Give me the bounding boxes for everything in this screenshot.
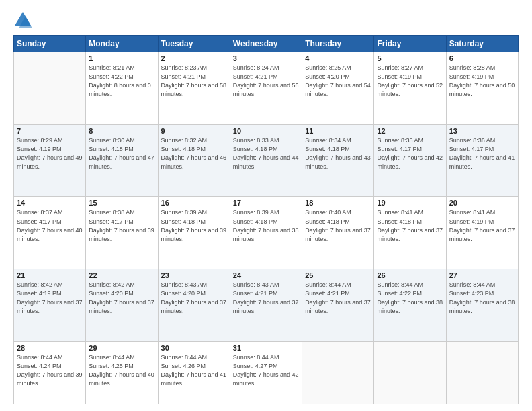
- day-info: Sunrise: 8:24 AMSunset: 4:21 PMDaylight:…: [233, 64, 299, 99]
- table-cell: 3Sunrise: 8:24 AMSunset: 4:21 PMDaylight…: [230, 52, 302, 125]
- day-number: 7: [17, 127, 83, 135]
- page: Sunday Monday Tuesday Wednesday Thursday…: [0, 0, 532, 411]
- table-cell: 24Sunrise: 8:43 AMSunset: 4:21 PMDayligh…: [230, 269, 302, 342]
- day-number: 31: [233, 344, 299, 352]
- col-sunday: Sunday: [14, 36, 86, 52]
- table-cell: 29Sunrise: 8:44 AMSunset: 4:25 PMDayligh…: [86, 341, 158, 404]
- day-info: Sunrise: 8:40 AMSunset: 4:18 PMDaylight:…: [305, 208, 371, 243]
- col-friday: Friday: [374, 36, 446, 52]
- day-number: 10: [233, 127, 299, 135]
- day-number: 15: [89, 199, 154, 207]
- table-cell: 9Sunrise: 8:32 AMSunset: 4:18 PMDaylight…: [158, 124, 230, 197]
- day-number: 19: [377, 199, 443, 207]
- table-cell: 17Sunrise: 8:39 AMSunset: 4:18 PMDayligh…: [230, 197, 302, 269]
- day-info: Sunrise: 8:43 AMSunset: 4:20 PMDaylight:…: [161, 281, 227, 316]
- day-number: 11: [305, 127, 371, 135]
- table-cell: 8Sunrise: 8:30 AMSunset: 4:18 PMDaylight…: [86, 124, 158, 197]
- day-info: Sunrise: 8:41 AMSunset: 4:18 PMDaylight:…: [377, 208, 443, 243]
- day-number: 30: [161, 344, 227, 352]
- day-number: 4: [305, 54, 371, 62]
- day-info: Sunrise: 8:43 AMSunset: 4:21 PMDaylight:…: [233, 281, 299, 316]
- table-cell: 27Sunrise: 8:44 AMSunset: 4:23 PMDayligh…: [446, 269, 518, 342]
- day-number: 22: [89, 271, 154, 279]
- day-info: Sunrise: 8:39 AMSunset: 4:18 PMDaylight:…: [233, 208, 299, 243]
- table-cell: 4Sunrise: 8:25 AMSunset: 4:20 PMDaylight…: [302, 52, 374, 125]
- table-cell: 22Sunrise: 8:42 AMSunset: 4:20 PMDayligh…: [86, 269, 158, 342]
- day-info: Sunrise: 8:35 AMSunset: 4:17 PMDaylight:…: [377, 136, 443, 171]
- table-cell: 7Sunrise: 8:29 AMSunset: 4:19 PMDaylight…: [14, 124, 86, 197]
- day-number: 16: [161, 199, 227, 207]
- table-cell: 15Sunrise: 8:38 AMSunset: 4:17 PMDayligh…: [86, 197, 158, 269]
- table-cell: 28Sunrise: 8:44 AMSunset: 4:24 PMDayligh…: [14, 341, 86, 404]
- table-cell: 19Sunrise: 8:41 AMSunset: 4:18 PMDayligh…: [374, 197, 446, 269]
- day-info: Sunrise: 8:37 AMSunset: 4:17 PMDaylight:…: [17, 208, 83, 243]
- day-info: Sunrise: 8:30 AMSunset: 4:18 PMDaylight:…: [89, 136, 154, 171]
- day-number: 20: [449, 199, 515, 207]
- day-info: Sunrise: 8:44 AMSunset: 4:23 PMDaylight:…: [449, 281, 515, 316]
- day-info: Sunrise: 8:21 AMSunset: 4:22 PMDaylight:…: [89, 64, 154, 99]
- table-cell: [302, 341, 374, 404]
- table-cell: 14Sunrise: 8:37 AMSunset: 4:17 PMDayligh…: [14, 197, 86, 269]
- table-cell: 6Sunrise: 8:28 AMSunset: 4:19 PMDaylight…: [446, 52, 518, 125]
- day-number: 21: [17, 271, 83, 279]
- day-info: Sunrise: 8:42 AMSunset: 4:19 PMDaylight:…: [17, 281, 83, 316]
- day-info: Sunrise: 8:28 AMSunset: 4:19 PMDaylight:…: [449, 64, 515, 99]
- day-info: Sunrise: 8:42 AMSunset: 4:20 PMDaylight:…: [89, 281, 154, 316]
- table-cell: [374, 341, 446, 404]
- table-cell: [14, 52, 86, 125]
- day-info: Sunrise: 8:44 AMSunset: 4:26 PMDaylight:…: [161, 353, 227, 388]
- day-number: 1: [89, 54, 154, 62]
- table-cell: 23Sunrise: 8:43 AMSunset: 4:20 PMDayligh…: [158, 269, 230, 342]
- day-info: Sunrise: 8:27 AMSunset: 4:19 PMDaylight:…: [377, 64, 443, 99]
- table-cell: 25Sunrise: 8:44 AMSunset: 4:21 PMDayligh…: [302, 269, 374, 342]
- table-cell: 10Sunrise: 8:33 AMSunset: 4:18 PMDayligh…: [230, 124, 302, 197]
- day-info: Sunrise: 8:36 AMSunset: 4:17 PMDaylight:…: [449, 136, 515, 171]
- table-cell: 2Sunrise: 8:23 AMSunset: 4:21 PMDaylight…: [158, 52, 230, 125]
- table-cell: 13Sunrise: 8:36 AMSunset: 4:17 PMDayligh…: [446, 124, 518, 197]
- day-number: 5: [377, 54, 443, 62]
- table-cell: 26Sunrise: 8:44 AMSunset: 4:22 PMDayligh…: [374, 269, 446, 342]
- table-cell: 31Sunrise: 8:44 AMSunset: 4:27 PMDayligh…: [230, 341, 302, 404]
- day-number: 25: [305, 271, 371, 279]
- day-number: 29: [89, 344, 154, 352]
- day-number: 14: [17, 199, 83, 207]
- col-wednesday: Wednesday: [230, 36, 302, 52]
- day-number: 12: [377, 127, 443, 135]
- day-number: 17: [233, 199, 299, 207]
- day-info: Sunrise: 8:32 AMSunset: 4:18 PMDaylight:…: [161, 136, 227, 171]
- logo-icon: [13, 11, 32, 30]
- day-info: Sunrise: 8:44 AMSunset: 4:22 PMDaylight:…: [377, 281, 443, 316]
- day-number: 3: [233, 54, 299, 62]
- table-cell: 5Sunrise: 8:27 AMSunset: 4:19 PMDaylight…: [374, 52, 446, 125]
- col-saturday: Saturday: [446, 36, 518, 52]
- day-info: Sunrise: 8:44 AMSunset: 4:27 PMDaylight:…: [233, 353, 299, 388]
- col-monday: Monday: [86, 36, 158, 52]
- day-number: 2: [161, 54, 227, 62]
- table-cell: 20Sunrise: 8:41 AMSunset: 4:19 PMDayligh…: [446, 197, 518, 269]
- day-number: 26: [377, 271, 443, 279]
- day-info: Sunrise: 8:33 AMSunset: 4:18 PMDaylight:…: [233, 136, 299, 171]
- table-cell: [446, 341, 518, 404]
- col-thursday: Thursday: [302, 36, 374, 52]
- day-info: Sunrise: 8:44 AMSunset: 4:24 PMDaylight:…: [17, 353, 83, 388]
- day-info: Sunrise: 8:41 AMSunset: 4:19 PMDaylight:…: [449, 208, 515, 243]
- table-cell: 30Sunrise: 8:44 AMSunset: 4:26 PMDayligh…: [158, 341, 230, 404]
- day-number: 18: [305, 199, 371, 207]
- day-info: Sunrise: 8:44 AMSunset: 4:25 PMDaylight:…: [89, 353, 154, 388]
- table-cell: 11Sunrise: 8:34 AMSunset: 4:18 PMDayligh…: [302, 124, 374, 197]
- col-tuesday: Tuesday: [158, 36, 230, 52]
- day-number: 9: [161, 127, 227, 135]
- day-number: 6: [449, 54, 515, 62]
- day-info: Sunrise: 8:34 AMSunset: 4:18 PMDaylight:…: [305, 136, 371, 171]
- header: [13, 11, 519, 30]
- day-number: 28: [17, 344, 83, 352]
- day-number: 13: [449, 127, 515, 135]
- table-cell: 12Sunrise: 8:35 AMSunset: 4:17 PMDayligh…: [374, 124, 446, 197]
- day-info: Sunrise: 8:29 AMSunset: 4:19 PMDaylight:…: [17, 136, 83, 171]
- day-number: 24: [233, 271, 299, 279]
- calendar-header-row: Sunday Monday Tuesday Wednesday Thursday…: [14, 36, 519, 52]
- day-number: 23: [161, 271, 227, 279]
- table-cell: 1Sunrise: 8:21 AMSunset: 4:22 PMDaylight…: [86, 52, 158, 125]
- table-cell: 18Sunrise: 8:40 AMSunset: 4:18 PMDayligh…: [302, 197, 374, 269]
- day-info: Sunrise: 8:39 AMSunset: 4:18 PMDaylight:…: [161, 208, 227, 243]
